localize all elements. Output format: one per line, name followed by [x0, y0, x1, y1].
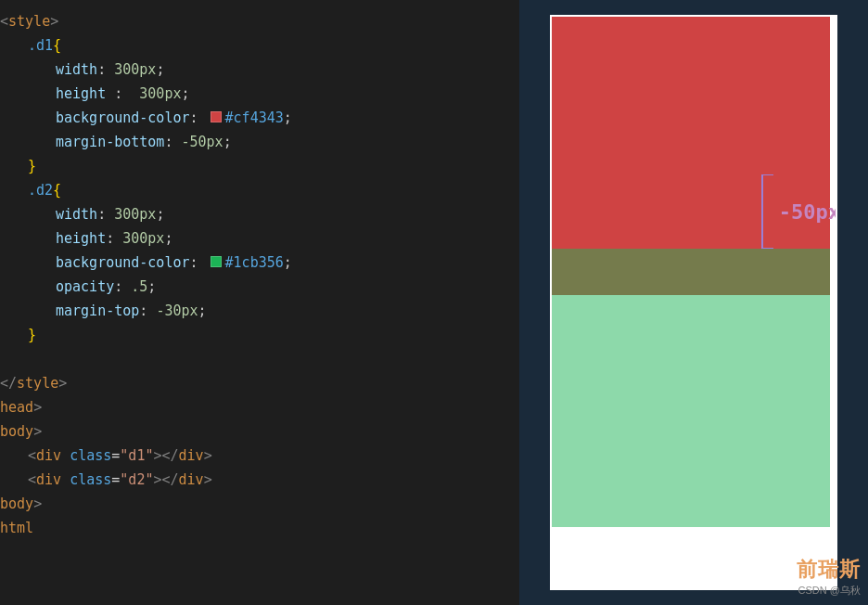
semicolon: ; [284, 251, 292, 274]
d2-wrapper: -50px [552, 249, 836, 527]
brace-close: } [28, 155, 36, 177]
eq: = [111, 444, 120, 467]
body-close-tag: body [0, 493, 33, 515]
code-line-5: background-color: #cf4343; [0, 106, 519, 130]
code-line-20: body> [0, 492, 519, 516]
code-line-9: width: 300px; [0, 202, 519, 226]
div-tag: div [36, 444, 61, 467]
semicolon: ; [181, 83, 189, 105]
colon: : [106, 227, 122, 250]
semicolon: ; [156, 58, 164, 81]
code-line-15: </style> [0, 371, 519, 395]
angle: ></ [153, 469, 178, 491]
val-bg-color: #cf4343 [225, 107, 284, 129]
code-line-16: head> [0, 395, 519, 419]
angle: > [33, 396, 42, 418]
angle: </ [0, 372, 17, 394]
colon: : [106, 83, 139, 105]
d2-box [552, 249, 830, 527]
code-line-14: } [0, 323, 519, 347]
color-swatch-red [211, 111, 222, 122]
eq: = [111, 469, 120, 491]
prop-opacity: opacity [56, 276, 114, 298]
style-tag: style [8, 10, 50, 32]
prop-bg-color-d2: background-color [56, 251, 190, 274]
semicolon: ; [223, 131, 232, 153]
margin-label: -50px [779, 200, 837, 224]
semicolon: ; [147, 276, 156, 298]
semicolon: ; [284, 107, 292, 129]
semicolon: ; [198, 300, 207, 322]
color-swatch-green [211, 256, 222, 267]
val-bg-color-d2: #1cb356 [225, 251, 284, 274]
colon: : [164, 131, 181, 153]
code-line-7: } [0, 154, 519, 178]
prop-margin-top: margin-top [56, 300, 139, 322]
code-line-13: margin-top: -30px; [0, 299, 519, 323]
body-tag: body [0, 420, 33, 443]
code-line-1: <style> [0, 9, 519, 33]
angle: ></ [153, 444, 178, 467]
brace-open: { [53, 179, 61, 201]
prop-width: width [56, 58, 97, 81]
semicolon: ; [156, 203, 164, 225]
space [61, 469, 70, 491]
angle-bracket: < [0, 10, 8, 32]
val-margin-top: -30px [156, 300, 198, 322]
div-close: div [179, 444, 204, 467]
class-attr: class [70, 444, 111, 467]
watermark: 前瑞斯 CSDN @乌秋 [797, 556, 861, 598]
bracket-svg [760, 174, 773, 249]
prop-height: height [56, 83, 106, 105]
prop-width-d2: width [56, 203, 97, 225]
brace-open: { [53, 34, 61, 57]
code-line-2: .d1{ [0, 33, 519, 58]
code-line-6: margin-bottom: -50px; [0, 130, 519, 154]
watermark-sub-text: CSDN @乌秋 [798, 584, 861, 598]
val-height: 300px [139, 83, 181, 105]
code-line-19: <div class="d2"></div> [0, 468, 519, 492]
code-line-21: html [0, 516, 519, 540]
style-close-tag: style [17, 372, 58, 394]
prop-margin-bottom: margin-bottom [56, 131, 164, 153]
selector-d1: .d1 [28, 34, 53, 57]
space [61, 444, 70, 467]
val-width-d2: 300px [114, 203, 156, 225]
angle: > [204, 444, 212, 467]
angle: < [28, 444, 36, 467]
colon: : [190, 251, 207, 274]
div-tag-2: div [36, 469, 61, 491]
angle: > [204, 469, 212, 491]
code-editor: <style> .d1{ width: 300px; height : 300p… [0, 0, 519, 605]
angle: > [33, 420, 42, 443]
angle: > [58, 372, 67, 394]
colon: : [190, 107, 207, 129]
preview-box: -50px [550, 15, 837, 590]
code-line-3: width: 300px; [0, 58, 519, 82]
angle-bracket: > [50, 10, 58, 32]
code-line-12: opacity: .5; [0, 275, 519, 299]
val-height-d2: 300px [122, 227, 164, 250]
brace-close-d2: } [28, 324, 36, 346]
class-attr-2: class [70, 469, 111, 491]
code-line-8: .d2{ [0, 178, 519, 202]
code-line-17: body> [0, 419, 519, 444]
code-line-10: height: 300px; [0, 226, 519, 251]
html-tag: html [0, 517, 33, 539]
class-val-d1: "d1" [120, 444, 153, 467]
selector-d2: .d2 [28, 179, 53, 201]
colon: : [114, 276, 131, 298]
semicolon: ; [164, 227, 172, 250]
prop-height-d2: height [56, 227, 106, 250]
colon: : [97, 58, 114, 81]
val-opacity: .5 [131, 276, 147, 298]
preview-panel: -50px 前瑞斯 CSDN @乌秋 [519, 0, 868, 605]
code-line-11: background-color: #1cb356; [0, 251, 519, 275]
angle: > [33, 493, 42, 515]
colon: : [97, 203, 114, 225]
margin-indicator: -50px [760, 174, 837, 249]
class-val-d2: "d2" [120, 469, 153, 491]
angle: < [28, 469, 36, 491]
val-width: 300px [114, 58, 156, 81]
watermark-main-text: 前瑞斯 [797, 556, 861, 584]
